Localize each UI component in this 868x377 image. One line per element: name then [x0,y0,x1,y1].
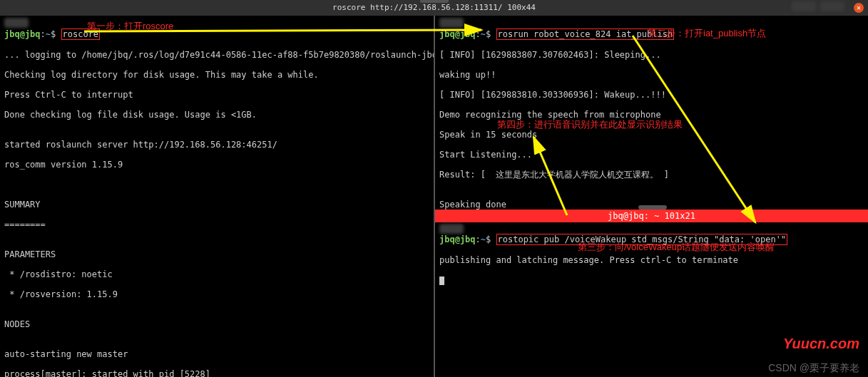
terminal-line: Demo recognizing the speech from microph… [439,110,864,120]
blurred-region [4,18,29,28]
prompt-path: ~ [481,234,486,244]
terminal-line: Start Listening... [439,150,864,160]
terminal-line: publishing and latching message. Press c… [439,255,864,265]
window-titlebar: roscore http://192.168.56.128:11311/ 100… [0,0,868,16]
terminal-left[interactable]: jbq@jbq:~$ roscore ... logging to /home/… [0,16,434,377]
terminal-right[interactable]: jbq@jbq:~$ rosrun robot_voice_824 iat_pu… [435,16,868,210]
prompt-symbol: $ [486,234,491,244]
command-rostopic: rostopic pub /voiceWakeup std_msgs/Strin… [496,234,788,245]
terminal-line: jbq@jbq:~$ roscore [4,29,429,40]
terminal-line: Result: [ 这里是东北大学机器人学院人机交互课程。 ] [439,170,864,180]
terminal-line: * /rosversion: 1.15.9 [4,289,429,299]
pane-title: jbq@jbq: ~ 101x21 [435,210,868,222]
terminal-line: started roslaunch server http://192.168.… [4,140,429,150]
prompt-user: jbq@jbq [4,29,41,39]
terminal-line: Speak in 15 seconds [439,130,864,140]
terminal-line: PARAMETERS [4,249,429,259]
blurred-region [792,1,816,11]
blurred-region [439,18,464,28]
terminal-line: ... logging to /home/jbq/.ros/log/d7e91c… [4,50,429,60]
terminal-line: NODES [4,319,429,329]
terminal-line: jbq@jbq:~$ rosrun robot_voice_824 iat_pu… [439,29,864,40]
watermark-csdn: CSDN @栗子要养老 [768,363,859,373]
command-roscore: roscore [61,29,101,40]
prompt-symbol: $ [486,29,491,39]
cursor-icon [439,277,444,285]
drag-handle-icon[interactable] [420,0,449,3]
terminal-line: [ INFO] [1629883810.303306936]: Wakeup..… [439,90,864,100]
command-rosrun: rosrun robot_voice_824 iat_publish [496,29,675,40]
prompt-path: ~ [481,29,486,39]
terminal-line: SUMMARY [4,200,429,210]
blurred-region [439,224,464,234]
terminal-bottom-right[interactable]: jbq@jbq:~$ rostopic pub /voiceWakeup std… [435,222,868,377]
terminal-line: process[master]: started with pid [5228] [4,369,429,377]
terminal-line: jbq@jbq:~$ rostopic pub /voiceWakeup std… [439,234,864,245]
prompt-user: jbq@jbq [439,234,476,244]
prompt-path: ~ [46,29,51,39]
terminal-line: Done checking log file disk usage. Usage… [4,110,429,120]
close-icon[interactable]: ✕ [854,3,864,13]
terminal-line: ros_comm version 1.15.9 [4,160,429,170]
terminal-line: waking up!! [439,70,864,80]
blurred-region [820,1,844,11]
terminal-line: [ INFO] [1629883807.307602463]: Sleeping… [439,50,864,60]
terminal-line: Checking log directory for disk usage. T… [4,70,429,80]
terminal-line: * /rosdistro: noetic [4,269,429,279]
terminal-line: Press Ctrl-C to interrupt [4,90,429,100]
terminal-line: ======== [4,220,429,229]
terminal-line: auto-starting new master [4,349,429,359]
prompt-user: jbq@jbq [439,29,476,39]
watermark-yuucn: Yuucn.com [783,339,859,348]
prompt-symbol: $ [51,29,56,39]
window-title: roscore http://192.168.56.128:11311/ 100… [332,3,536,13]
